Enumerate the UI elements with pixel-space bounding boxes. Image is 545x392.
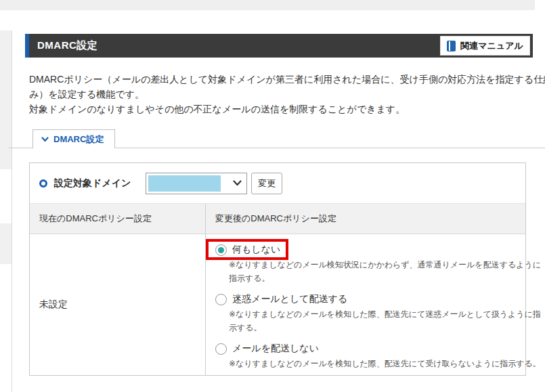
description-line: み）を設定する機能です。 [29,87,545,102]
left-rail-block [0,223,12,264]
page-title-bar: DMARC設定 関連マニュアル [25,34,533,58]
radio-label: メールを配送しない [232,343,319,355]
dmarc-settings-panel: 設定対象ドメイン 変更 現在のDMARCポリシー設定 変更後のDMARCポリシー… [29,162,526,376]
option-note: ※なりすましなどのメールを検知した際、配送先にて受け取らないように指示する。 [229,357,541,370]
book-icon-stripe [449,41,450,51]
tab-label: DMARC設定 [53,133,104,146]
note-line: ※なりすましなどのメール検知状況にかかわらず、通常通りメールを配送するように [229,258,541,271]
related-manual-label: 関連マニュアル [460,40,523,52]
title-accent-bar [25,34,29,58]
left-rail-divider [12,30,12,392]
domain-selector-label: 設定対象ドメイン [54,177,131,190]
policy-options-cell: 何もしない ※なりすましなどのメール検知状況にかかわらず、通常通りメールを配送す… [206,234,545,375]
related-manual-button[interactable]: 関連マニュアル [440,36,530,56]
policy-table-header: 現在のDMARCポリシー設定 変更後のDMARCポリシー設定 [30,204,525,234]
note-line: ※なりすましなどのメールを検知した際、配送先にて受け取らないように指示する。 [229,357,541,370]
tab-dmarc-settings[interactable]: DMARC設定 [32,129,115,148]
description-line: DMARCポリシー（メールの差出人として対象ドメインが第三者に利用された場合に、… [29,72,545,87]
radio-do-not-deliver[interactable]: メールを配送しない [215,341,541,357]
column-header-current-policy: 現在のDMARCポリシー設定 [30,204,206,234]
left-rail-block [0,30,12,169]
book-icon [447,41,456,51]
radio-dot [218,247,224,253]
description-line: 対象ドメインのなりすましやその他の不正なメールの送信を制限することができます。 [29,102,545,116]
select-chevron-down-icon [233,180,242,186]
radio-do-nothing[interactable]: 何もしない [215,242,541,258]
note-line: 示する。 [229,321,541,334]
domain-selector-row: 設定対象ドメイン 変更 [30,163,525,204]
note-line: 指示する。 [229,271,541,285]
radio-label: 何もしない [232,244,280,256]
radio-dot [218,346,224,352]
selected-domain-value [148,175,221,192]
policy-table-body: 未設定 何もしない ※なりすましなどのメール検知状況にかかわらず、通常通りメール… [30,234,525,375]
policy-option-do-nothing: 何もしない ※なりすましなどのメール検知状況にかかわらず、通常通りメールを配送す… [215,242,541,285]
domain-select[interactable] [146,173,247,194]
option-note: ※なりすましなどのメールを検知した際、配送先にて迷惑メールとして扱うように指 示… [229,307,541,334]
radio-unselected-icon[interactable] [215,294,227,305]
option-note: ※なりすましなどのメール検知状況にかかわらず、通常通りメールを配送するように 指… [229,258,541,285]
radio-dot [218,297,224,303]
radio-unselected-icon[interactable] [215,343,227,355]
feature-description: DMARCポリシー（メールの差出人として対象ドメインが第三者に利用された場合に、… [29,72,545,116]
current-policy-value: 未設定 [30,234,206,375]
top-strip [0,0,535,10]
chevron-down-icon [41,137,49,142]
note-line: ※なりすましなどのメールを検知した際、配送先にて迷惑メールとして扱うように指 [229,307,541,321]
page-title: DMARC設定 [25,39,97,52]
policy-option-spam: 迷惑メールとして配送する ※なりすましなどのメールを検知した際、配送先にて迷惑メ… [215,291,541,334]
radio-label: 迷惑メールとして配送する [232,293,347,305]
radio-selected-icon[interactable] [215,244,227,256]
screen: DMARC設定 関連マニュアル DMARCポリシー（メールの差出人として対象ドメ… [0,0,545,392]
change-button[interactable]: 変更 [251,173,282,194]
bullet-circle-icon [39,179,47,188]
policy-option-reject: メールを配送しない ※なりすましなどのメールを検知した際、配送先にて受け取らない… [215,341,541,370]
radio-deliver-as-spam[interactable]: 迷惑メールとして配送する [215,291,541,307]
column-header-new-policy: 変更後のDMARCポリシー設定 [206,204,525,234]
